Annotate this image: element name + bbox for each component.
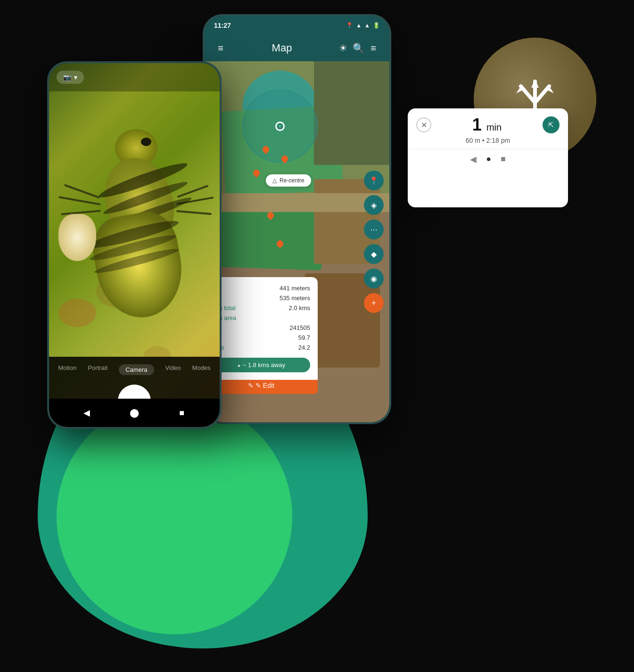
location-button[interactable]: 📍	[364, 171, 384, 190]
nav-duration: 1 min	[431, 115, 543, 135]
background-green-blob	[57, 399, 292, 634]
insect-nymph	[58, 214, 106, 275]
eye-button[interactable]: ◉	[364, 269, 384, 288]
triangle-icon: △	[272, 177, 277, 184]
edit-icon: ✎	[248, 382, 254, 389]
layers-button[interactable]: ◈	[364, 195, 384, 215]
chevron-down-icon: ▾	[74, 74, 77, 81]
info-row-4: gon area	[212, 314, 310, 321]
hamburger-menu-icon[interactable]: ≡	[213, 43, 228, 54]
recents-button[interactable]: ■	[176, 407, 188, 418]
insect-leg	[58, 196, 100, 205]
info-row-2: 0 535 meters	[212, 295, 310, 302]
map-pin-1[interactable]	[261, 146, 271, 158]
add-button[interactable]: +	[364, 293, 384, 313]
mode-modes[interactable]: Modes	[192, 364, 211, 375]
status-icons-group: 📍 ▲ ▲ 🔋	[346, 22, 380, 29]
nav-stop-icon[interactable]: ■	[501, 154, 506, 164]
nymph-body	[58, 214, 96, 261]
location-status-icon: 📍	[346, 22, 353, 29]
nav-distance-time: 60 m • 2:18 pm	[408, 137, 568, 149]
recentre-label: Re-centre	[280, 177, 305, 184]
android-nav-bar: ◀ ⬤ ■	[49, 399, 220, 427]
info-row-7: ares 24.2	[212, 344, 310, 351]
nav-time-unit: min	[486, 122, 502, 132]
nav-time-number: 1	[472, 115, 482, 134]
camera-icon: 📷	[63, 74, 71, 81]
brightness-icon[interactable]: ☀	[336, 42, 351, 54]
phone-camera-device: 📷 ▾ Motion Portrait Camera Video Modes ◀…	[47, 61, 222, 429]
home-button[interactable]: ⬤	[129, 407, 140, 418]
info-value-1: 441 meters	[280, 285, 310, 292]
map-info-panel: 2 441 meters 0 535 meters gon total 2.0 …	[205, 277, 318, 380]
map-location-radius-circle: c	[242, 90, 318, 163]
search-icon[interactable]: 🔍	[351, 42, 366, 54]
mode-camera[interactable]: Camera	[119, 364, 154, 375]
nav-playback-controls: ◀ ● ■	[408, 149, 568, 171]
map-pin-5[interactable]	[275, 240, 285, 253]
info-value-5: 241505	[290, 324, 310, 331]
status-time: 11:27	[214, 22, 231, 29]
insect-eye	[141, 138, 151, 146]
map-pin-2[interactable]	[280, 156, 289, 168]
nav-close-button[interactable]: ✕	[416, 117, 431, 132]
info-row-3: gon total 2.0 kms	[212, 304, 310, 311]
nav-info-top-row: ✕ 1 min ⇱	[408, 108, 568, 137]
svg-marker-4	[531, 79, 539, 88]
map-pin-4[interactable]	[266, 212, 275, 224]
info-value-2: 535 meters	[280, 295, 310, 302]
phone-map-screen: 11:27 📍 ▲ ▲ 🔋 ≡ Map ☀ 🔍 ≡	[205, 16, 389, 422]
nav-route-button[interactable]: ⇱	[543, 116, 560, 133]
nav-info-box: ✕ 1 min ⇱ 60 m • 2:18 pm ◀ ● ■	[408, 108, 568, 207]
filter-icon[interactable]: ≡	[366, 43, 381, 54]
route-icon: ⇱	[548, 121, 554, 129]
nav-back-icon[interactable]: ◀	[470, 154, 477, 164]
info-row-1: 2 441 meters	[212, 285, 310, 292]
insect-leg	[64, 184, 100, 198]
back-button[interactable]: ◀	[81, 407, 92, 418]
camera-mode-button[interactable]: 📷 ▾	[57, 71, 84, 84]
camera-modes-bar: Motion Portrait Camera Video Modes	[49, 364, 220, 375]
wifi-icon: ▲	[356, 22, 362, 29]
edit-label: ✎ Edit	[255, 382, 274, 389]
dots-button[interactable]: ⋯	[364, 220, 384, 239]
nav-dot-icon: ●	[486, 154, 491, 164]
map-aerial-view[interactable]: c 0 3 △ Re-centre 📍 ◈ ⋯ ◆ ◉	[205, 61, 389, 422]
signal-icon: ▲	[364, 22, 370, 29]
distance-button[interactable]: ⬥ ~ 1.8 kms away	[212, 358, 310, 372]
phone-camera-screen: 📷 ▾ Motion Portrait Camera Video Modes ◀…	[49, 63, 220, 427]
compass-icon: ⬥	[237, 361, 241, 369]
map-title: Map	[228, 42, 336, 54]
info-value-polygon-total: 2.0 kms	[288, 304, 310, 311]
recentre-button[interactable]: △ Re-centre	[266, 174, 311, 187]
map-sidebar: 📍 ◈ ⋯ ◆ ◉ +	[364, 171, 384, 313]
phone-map-device: 11:27 📍 ▲ ▲ 🔋 ≡ Map ☀ 🔍 ≡	[203, 14, 391, 424]
distance-label: ~ 1.8 kms away	[242, 361, 285, 369]
map-pin-3[interactable]	[252, 170, 261, 182]
mode-motion[interactable]: Motion	[58, 364, 76, 375]
insect-leg	[176, 210, 212, 215]
status-bar: 11:27 📍 ▲ ▲ 🔋	[205, 16, 389, 35]
mode-portrait[interactable]: Portrait	[88, 364, 107, 375]
map-location-dot: c	[275, 122, 285, 131]
camera-top-bar: 📷 ▾	[49, 63, 220, 91]
info-value-6: 59.7	[298, 334, 310, 341]
field-trees	[314, 61, 389, 165]
field-road	[205, 193, 389, 212]
info-row-6: s 59.7	[212, 334, 310, 341]
navigation-card: ✕ 1 min ⇱ 60 m • 2:18 pm ◀ ● ■	[408, 38, 596, 207]
info-row-5: 241505	[212, 324, 310, 331]
map-header: ≡ Map ☀ 🔍 ≡	[205, 35, 389, 61]
mode-video[interactable]: Video	[165, 364, 181, 375]
battery-icon: 🔋	[373, 22, 380, 29]
info-value-7: 24.2	[298, 344, 310, 351]
map-layers-button[interactable]: ◆	[364, 244, 384, 264]
